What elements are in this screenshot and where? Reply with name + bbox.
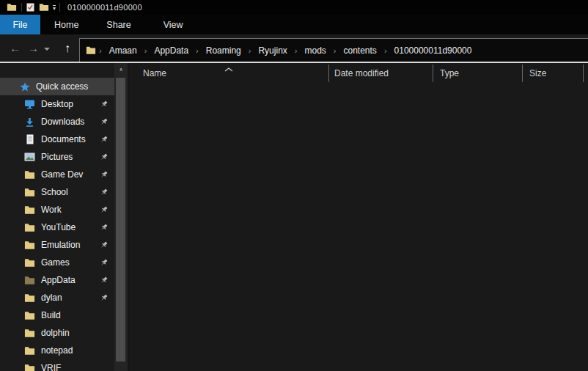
- sidebar-item-label: Games: [41, 257, 70, 268]
- ribbon-tab-bar: File Home Share View: [0, 15, 588, 34]
- breadcrumb-item-amaan[interactable]: Amaan: [103, 45, 144, 56]
- quick-access-toolbar: ▾: [0, 1, 62, 14]
- sidebar-item-documents[interactable]: Documents: [0, 131, 114, 148]
- column-header-name[interactable]: Name: [143, 68, 166, 78]
- download-arrow-icon: [23, 116, 36, 128]
- column-divider[interactable]: [328, 65, 329, 82]
- sidebar-item-vrif[interactable]: VRIF: [0, 359, 114, 371]
- column-header-date-modified[interactable]: Date modified: [334, 68, 389, 78]
- pin-icon: [99, 205, 109, 215]
- sidebar-item-build[interactable]: Build: [0, 306, 114, 324]
- toolbar-divider: [21, 3, 22, 12]
- file-list-area[interactable]: [129, 85, 588, 371]
- pin-icon: [99, 188, 109, 197]
- sidebar-item-notepad[interactable]: notepad: [0, 342, 114, 359]
- column-divider[interactable]: [522, 65, 523, 82]
- sidebar-item-label: YouTube: [41, 222, 76, 232]
- explorer-folder-icon[interactable]: [4, 1, 19, 14]
- desktop-icon: [23, 98, 36, 110]
- toolbar-divider: [59, 3, 60, 12]
- column-header-type[interactable]: Type: [440, 68, 459, 78]
- customize-toolbar-dropdown-icon[interactable]: ▾: [53, 5, 56, 10]
- folder-icon: [23, 292, 36, 304]
- sidebar-item-dylan[interactable]: dylan: [0, 289, 114, 306]
- sidebar-item-school[interactable]: School: [0, 183, 114, 201]
- back-icon[interactable]: ←: [6, 43, 24, 54]
- pin-icon: [99, 276, 109, 285]
- properties-icon[interactable]: [24, 1, 37, 14]
- pin-icon: [99, 100, 109, 109]
- sidebar-item-quick-access[interactable]: Quick access: [0, 78, 114, 95]
- breadcrumb-item-contents[interactable]: contents: [337, 45, 383, 56]
- folder-icon: [23, 309, 36, 321]
- navigation-bar: ← → ↑ › Amaan › AppData › Roaming › Ryuj…: [0, 34, 588, 62]
- folder-icon: [23, 186, 36, 198]
- sidebar-item-label: Build: [41, 310, 61, 320]
- navigation-pane: Quick access Desktop Downloads: [0, 63, 114, 371]
- sidebar-item-label: Emulation: [41, 240, 80, 250]
- sidebar-item-label: VRIF: [41, 363, 61, 371]
- tab-share[interactable]: Share: [98, 15, 139, 34]
- pin-icon: [99, 117, 109, 127]
- tab-view[interactable]: View: [155, 15, 191, 34]
- sidebar-item-youtube[interactable]: YouTube: [0, 218, 114, 236]
- quick-access-star-icon: [18, 81, 31, 92]
- recent-locations-chevron-down-icon[interactable]: [44, 48, 50, 51]
- title-bar: ▾ 0100000011d90000: [0, 0, 588, 15]
- sidebar-item-work[interactable]: Work: [0, 201, 114, 218]
- column-header-row: Name Date modified Type Size: [129, 63, 588, 85]
- sidebar-scrollbar[interactable]: ∧: [114, 63, 128, 371]
- sidebar-item-game-dev[interactable]: Game Dev: [0, 166, 114, 183]
- address-folder-icon: [86, 45, 96, 55]
- breadcrumb-item-mods[interactable]: mods: [298, 45, 332, 56]
- column-divider[interactable]: [583, 65, 584, 82]
- sidebar-item-downloads[interactable]: Downloads: [0, 113, 114, 131]
- breadcrumb-item-titleid[interactable]: 0100000011d90000: [388, 45, 479, 56]
- sidebar-item-label: Pictures: [41, 152, 73, 162]
- sort-ascending-icon: [224, 62, 233, 75]
- folder-icon: [23, 204, 36, 216]
- sidebar-item-label: Downloads: [41, 117, 84, 127]
- pin-icon: [99, 293, 109, 303]
- column-divider[interactable]: [433, 65, 433, 82]
- sidebar-item-label: Game Dev: [41, 169, 83, 180]
- sidebar-item-label: dolphin: [41, 328, 70, 338]
- scrollbar-up-arrow-icon[interactable]: ∧: [114, 63, 128, 76]
- sidebar-item-games[interactable]: Games: [0, 254, 114, 271]
- breadcrumb-item-appdata[interactable]: AppData: [147, 45, 195, 56]
- tab-file[interactable]: File: [0, 15, 40, 34]
- sidebar-item-label: Quick access: [36, 81, 88, 92]
- pin-icon: [99, 240, 109, 250]
- sidebar-item-label: AppData: [41, 275, 76, 285]
- folder-icon: [23, 327, 36, 339]
- forward-icon[interactable]: →: [24, 43, 43, 54]
- sidebar-item-label: Work: [41, 205, 62, 215]
- address-bar[interactable]: › Amaan › AppData › Roaming › Ryujinx › …: [79, 38, 588, 62]
- pin-icon: [99, 170, 109, 180]
- sidebar-item-label: Documents: [41, 134, 86, 144]
- tab-home[interactable]: Home: [46, 15, 87, 34]
- pin-icon: [99, 153, 109, 162]
- breadcrumb-item-ryujinx[interactable]: Ryujinx: [251, 45, 293, 56]
- column-header-size[interactable]: Size: [529, 68, 546, 78]
- document-icon: [23, 133, 36, 145]
- sidebar-item-label: Desktop: [41, 99, 73, 109]
- explorer-body: Quick access Desktop Downloads: [0, 63, 588, 371]
- folder-icon: [23, 221, 36, 233]
- sidebar-item-dolphin[interactable]: dolphin: [0, 324, 114, 342]
- sidebar-item-label: notepad: [41, 345, 73, 356]
- sidebar-item-label: dylan: [41, 293, 62, 303]
- new-folder-icon[interactable]: [37, 1, 51, 14]
- sidebar-item-desktop[interactable]: Desktop: [0, 95, 114, 113]
- sidebar-item-appdata[interactable]: AppData: [0, 271, 114, 289]
- up-icon[interactable]: ↑: [59, 42, 76, 55]
- hidden-folder-icon: [23, 274, 36, 286]
- scrollbar-thumb[interactable]: [116, 78, 125, 361]
- window-title: 0100000011d90000: [67, 3, 142, 12]
- sidebar-item-pictures[interactable]: Pictures: [0, 148, 114, 166]
- breadcrumb-item-roaming[interactable]: Roaming: [199, 45, 248, 56]
- picture-icon: [23, 151, 36, 163]
- pin-icon: [99, 223, 109, 232]
- nav-controls: ← → ↑: [6, 34, 76, 62]
- sidebar-item-emulation[interactable]: Emulation: [0, 236, 114, 254]
